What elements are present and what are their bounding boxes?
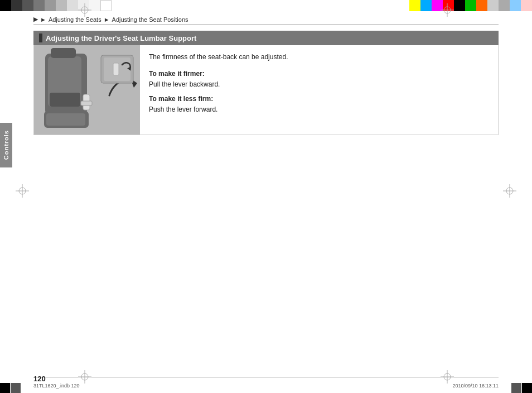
swatch-orange (476, 0, 487, 11)
swatch-yellow (409, 0, 420, 11)
svg-rect-24 (113, 63, 119, 75)
corner-sq-r1 (511, 383, 521, 393)
footer-date-info: 2010/09/10 16:13:11 (452, 383, 499, 389)
swatch-lighter (67, 0, 78, 11)
text-content: The firmness of the seat-back can be adj… (140, 45, 498, 135)
breadcrumb-arrow1: ▶ (33, 16, 38, 23)
swatch-gray (45, 0, 56, 11)
seat-image (34, 45, 140, 135)
breadcrumb-arrow2: ► (40, 16, 46, 23)
top-rule (33, 25, 499, 25)
svg-rect-17 (46, 113, 85, 126)
top-left-swatches (0, 0, 112, 11)
side-tab-label: Controls (3, 130, 9, 160)
instruction2-bold: To make it less firm: (149, 95, 489, 103)
corner-sq-1 (0, 383, 10, 393)
swatch-black2 (454, 0, 465, 11)
corner-sq-r2 (522, 383, 532, 393)
swatch-dark (11, 0, 22, 11)
corner-sq-2 (11, 383, 21, 393)
top-right-swatches (409, 0, 532, 10)
breadcrumb-item2: Adjusting the Seat Positions (112, 16, 188, 23)
reg-mark-bottom-left (78, 370, 91, 385)
swatch-gray3 (499, 0, 510, 11)
content-block: The firmness of the seat-back can be adj… (33, 45, 499, 135)
instruction2-text: Push the lever forward. (149, 104, 489, 114)
svg-rect-20 (81, 101, 92, 106)
instruction1-bold: To make it firmer: (149, 70, 489, 78)
swatch-black (0, 0, 11, 11)
section-header: Adjusting the Driver's Seat Lumbar Suppo… (33, 31, 499, 45)
swatch-light (56, 0, 67, 11)
side-tab-controls: Controls (0, 123, 12, 167)
breadcrumb-separator: ► (104, 16, 110, 23)
reg-mark-bottom-right (441, 370, 454, 385)
instruction1-text: Pull the lever backward. (149, 79, 489, 89)
main-content: Adjusting the Driver's Seat Lumbar Suppo… (33, 31, 499, 365)
swatch-mid (33, 0, 45, 11)
swatch-gray2 (487, 0, 499, 11)
swatch-green (465, 0, 476, 11)
swatch-pink (521, 0, 532, 11)
section-bar-icon (39, 33, 42, 42)
bottom-right-corner-marks (511, 383, 532, 393)
seat-illustration-svg (34, 45, 140, 135)
swatch-skyblue (510, 0, 521, 11)
swatch-cyan (420, 0, 432, 11)
reg-mark-left (16, 184, 29, 199)
breadcrumb-item1: Adjusting the Seats (49, 16, 101, 23)
page-number: 120 (33, 375, 46, 383)
section-title: Adjusting the Driver's Seat Lumbar Suppo… (46, 34, 196, 42)
svg-rect-18 (51, 48, 76, 58)
bottom-left-corner-marks (0, 383, 21, 393)
bottom-rule (33, 377, 499, 377)
svg-rect-15 (50, 93, 80, 107)
reg-mark-right (503, 184, 516, 199)
intro-text: The firmness of the seat-back can be adj… (149, 52, 489, 62)
breadcrumb: ▶ ► Adjusting the Seats ► Adjusting the … (33, 16, 188, 23)
reg-mark-top-right (441, 3, 454, 18)
swatch-white (100, 0, 112, 11)
swatch-dark2 (22, 0, 33, 11)
footer-file-info: 31TL1620_.indb 120 (33, 383, 80, 389)
